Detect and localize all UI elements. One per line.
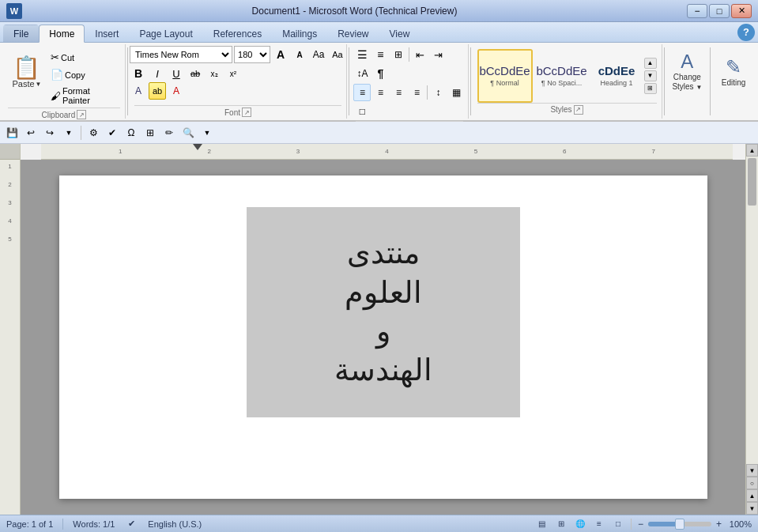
tab-mailings[interactable]: Mailings	[272, 25, 327, 42]
style-heading1-label: Heading 1	[600, 79, 632, 87]
editing-button[interactable]: ✎ Editing	[712, 44, 755, 98]
increase-indent-button[interactable]: ⇥	[429, 46, 447, 63]
qa-more-button[interactable]: ⊞	[141, 124, 159, 141]
show-formatting-button[interactable]: ¶	[371, 65, 389, 82]
format-painter-button[interactable]: 🖌 Format Painter	[47, 84, 120, 108]
font-group: Times New Rom 180 A A Aa Aa B I U ab x₂	[130, 44, 348, 119]
shading-button[interactable]: ▦	[447, 84, 465, 101]
strikethrough-button[interactable]: ab	[187, 65, 204, 82]
qa-search-button[interactable]: 🔍	[179, 124, 197, 141]
qa-save-button[interactable]: 💾	[3, 124, 21, 141]
justify-button[interactable]: ≡	[408, 84, 425, 101]
align-right-button[interactable]: ≡	[390, 84, 407, 101]
tab-insert[interactable]: Insert	[85, 25, 129, 42]
tab-page-layout[interactable]: Page Layout	[129, 25, 202, 42]
prev-page-button[interactable]: ▲	[746, 489, 758, 502]
zoom-out-button[interactable]: −	[636, 519, 645, 530]
style-no-spacing-label: ¶ No Spaci...	[541, 79, 582, 87]
font-name-select[interactable]: Times New Rom	[130, 46, 232, 63]
clipboard-group: 📋 Paste ▼ ✂ Cut 📄 Copy 🖌	[3, 44, 126, 119]
next-page-button[interactable]: ▼	[746, 502, 758, 515]
qa-customize-button[interactable]: ⚙	[85, 124, 102, 141]
style-heading1[interactable]: cDdEe Heading 1	[591, 49, 643, 103]
copy-button[interactable]: 📄 Copy	[47, 66, 120, 83]
view-fullscreen-button[interactable]: ⊞	[553, 517, 569, 531]
grow-font-button[interactable]: A	[272, 46, 289, 63]
title-bar: W Document1 - Microsoft Word (Technical …	[0, 0, 758, 22]
borders-button[interactable]: □	[353, 103, 371, 120]
help-icon[interactable]: ?	[737, 24, 755, 41]
arabic-image[interactable]: منتدىالعلوموالهندسة	[247, 207, 520, 417]
minimize-button[interactable]: −	[687, 4, 707, 18]
scroll-down-button[interactable]: ▼	[746, 464, 758, 477]
change-styles-button[interactable]: A ChangeStyles ▼	[666, 44, 708, 98]
text-effects-button[interactable]: A	[130, 82, 147, 100]
tab-review[interactable]: Review	[327, 25, 379, 42]
qa-spelling-button[interactable]: ✔	[104, 124, 121, 141]
line-spacing-button[interactable]: ↕	[429, 84, 447, 101]
scroll-up-button[interactable]: ▲	[746, 144, 758, 157]
view-draft-button[interactable]: □	[610, 517, 626, 531]
subscript-button[interactable]: x₂	[206, 65, 223, 82]
styles-more-button[interactable]: ⊞	[644, 83, 657, 94]
view-print-button[interactable]: ▤	[534, 517, 550, 531]
cut-icon: ✂	[51, 51, 59, 63]
tab-references[interactable]: References	[203, 25, 272, 42]
tab-view[interactable]: View	[379, 25, 420, 42]
font-size-select[interactable]: 180	[234, 46, 270, 63]
zoom-in-button[interactable]: +	[715, 519, 723, 530]
multilevel-list-button[interactable]: ⊞	[390, 46, 407, 63]
spell-check-icon[interactable]: ✔	[124, 518, 138, 530]
change-case-button[interactable]: Aa	[329, 46, 346, 63]
bold-button[interactable]: B	[130, 65, 147, 82]
clipboard-expand-icon[interactable]: ↗	[77, 110, 86, 119]
styles-scroll-down-button[interactable]: ▼	[644, 70, 657, 81]
font-color-button[interactable]: A	[168, 82, 185, 100]
underline-button[interactable]: U	[168, 65, 185, 82]
paste-button[interactable]: 📋 Paste ▼	[8, 46, 46, 100]
qa-pencil-button[interactable]: ✏	[160, 124, 178, 141]
cut-button[interactable]: ✂ Cut	[47, 49, 120, 66]
clear-formatting-button[interactable]: Aa	[310, 46, 327, 63]
qa-dropdown-button[interactable]: ▼	[60, 124, 77, 141]
qa-extra-button[interactable]: ▼	[198, 124, 216, 141]
maximize-button[interactable]: □	[709, 4, 730, 18]
paste-icon: 📋	[13, 57, 40, 79]
font-expand-icon[interactable]: ↗	[242, 108, 251, 117]
decrease-indent-button[interactable]: ⇤	[411, 46, 428, 63]
bullets-button[interactable]: ☰	[353, 46, 371, 63]
styles-scroll-up-button[interactable]: ▲	[644, 58, 657, 69]
zoom-slider[interactable]	[648, 522, 711, 526]
tab-file[interactable]: File	[3, 25, 39, 42]
sort-button[interactable]: ↕A	[353, 65, 371, 82]
document-page[interactable]: منتدىالعلوموالهندسة	[59, 175, 707, 499]
editing-label: Editing	[722, 78, 746, 87]
align-left-button[interactable]: ≡	[353, 84, 371, 101]
view-outline-button[interactable]: ≡	[591, 517, 607, 531]
superscript-button[interactable]: x²	[224, 65, 242, 82]
zoom-handle[interactable]	[675, 519, 684, 530]
qa-undo-button[interactable]: ↩	[22, 124, 40, 141]
style-no-spacing[interactable]: bCcDdEe ¶ No Spaci...	[534, 49, 590, 103]
shrink-font-button[interactable]: A	[291, 46, 308, 63]
qa-redo-button[interactable]: ↪	[41, 124, 58, 141]
numbering-button[interactable]: ≡	[371, 46, 389, 63]
highlight-color-button[interactable]: ab	[149, 82, 166, 100]
select-object-button[interactable]: ○	[746, 477, 758, 489]
zoom-percent[interactable]: 100%	[726, 519, 752, 529]
tab-home[interactable]: Home	[39, 25, 85, 43]
style-normal-label: ¶ Normal	[490, 79, 519, 87]
vertical-ruler: 12345	[0, 144, 21, 515]
scroll-thumb[interactable]	[748, 158, 756, 206]
close-button[interactable]: ✕	[731, 4, 752, 18]
italic-button[interactable]: I	[149, 65, 166, 82]
qa-symbol-button[interactable]: Ω	[123, 124, 140, 141]
change-styles-label: ChangeStyles ▼	[672, 73, 702, 92]
ribbon: 📋 Paste ▼ ✂ Cut 📄 Copy 🖌	[0, 43, 758, 122]
indent-marker[interactable]	[193, 144, 202, 150]
styles-expand-icon[interactable]: ↗	[574, 105, 583, 115]
page-info: Page: 1 of 1	[6, 519, 53, 529]
style-normal[interactable]: bCcDdEe ¶ Normal	[477, 49, 533, 103]
view-web-button[interactable]: 🌐	[572, 517, 588, 531]
align-center-button[interactable]: ≡	[371, 84, 389, 101]
